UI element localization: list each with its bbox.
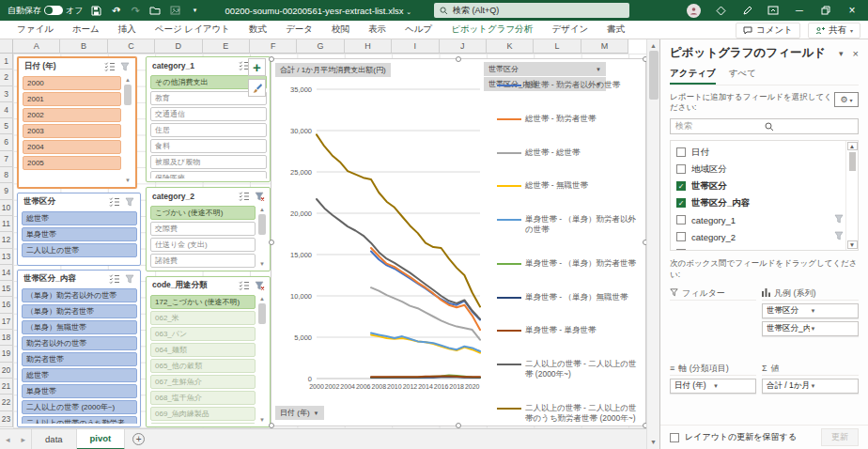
ribbon-tab-挿入[interactable]: 挿入 xyxy=(109,21,146,39)
row-header-1[interactable]: 1 xyxy=(0,54,13,70)
slicer-category-2[interactable]: category_2こづかい (使途不明)交際費仕送り金 (支出)諸雑費シャツ・… xyxy=(146,187,271,271)
slicer-code-yoto-bunrui[interactable]: code_用途分類172_こづかい (使途不明)062_米063_パン064_麺… xyxy=(146,276,271,427)
legend-entry[interactable]: 総世帯 - 総世帯 xyxy=(497,147,643,158)
column-header-B[interactable]: B xyxy=(60,39,107,54)
chart-styles-brush-button[interactable] xyxy=(248,79,266,97)
row-header-23[interactable]: 23 xyxy=(0,411,13,427)
series-line[interactable] xyxy=(371,376,480,377)
multiselect-icon[interactable] xyxy=(237,280,251,292)
field-list-scrollbar[interactable]: ▲ ▼ xyxy=(845,141,858,250)
defer-layout-checkbox[interactable] xyxy=(670,433,679,442)
area-dropzone[interactable]: 日付 (年)▼ xyxy=(670,375,756,431)
restore-icon[interactable] xyxy=(819,4,832,17)
ribbon-tab-ホーム[interactable]: ホーム xyxy=(63,21,109,39)
slicer-item[interactable]: 勤労者以外の世帯 xyxy=(22,336,137,350)
slicer-item[interactable]: 被服及び履物 xyxy=(150,155,267,169)
slicer-item[interactable]: 065_他の穀類 xyxy=(150,359,256,373)
row-header-7[interactable]: 7 xyxy=(0,151,13,167)
save-icon[interactable] xyxy=(89,4,102,17)
row-header-4[interactable]: 4 xyxy=(0,102,13,118)
field-checkbox[interactable] xyxy=(676,164,686,174)
field-checkbox[interactable] xyxy=(676,249,686,251)
legend-entry[interactable]: 二人以上の世帯 - 二人以上の世帯のうち勤労者世帯 (2000年~) xyxy=(497,403,643,424)
row-header-14[interactable]: 14 xyxy=(0,265,13,281)
axis-field-button[interactable]: 日付 (年)▼ xyxy=(275,406,324,420)
slicer-item[interactable]: 諸雑費 xyxy=(150,254,256,268)
field-checkbox[interactable] xyxy=(676,232,686,241)
row-header-21[interactable]: 21 xyxy=(0,379,13,395)
row-header-11[interactable]: 11 xyxy=(0,216,13,232)
multiselect-icon[interactable] xyxy=(107,273,121,286)
column-header-H[interactable]: H xyxy=(345,39,392,54)
pane-options-caret-icon[interactable]: ▾ xyxy=(839,49,844,58)
slicer-item[interactable]: 2003 xyxy=(23,124,121,138)
field-checkbox[interactable] xyxy=(676,215,686,224)
field-chip[interactable]: 合計 / 1か月平均消費...▼ xyxy=(762,379,859,394)
scroll-up-icon[interactable]: ▲ xyxy=(259,206,265,213)
slicer-item[interactable]: 二人以上の世帯 xyxy=(22,243,137,257)
row-header-17[interactable]: 17 xyxy=(0,314,13,330)
field-search-input[interactable]: 検索 xyxy=(670,118,859,134)
column-header-E[interactable]: E xyxy=(203,39,250,54)
slicer-item[interactable]: 070_他の魚介加工品 xyxy=(150,423,256,424)
slicer-scrollbar[interactable]: ▲▼ xyxy=(257,295,267,424)
ribbon-tab-数式[interactable]: 数式 xyxy=(240,21,276,39)
area-dropzone[interactable]: 合計 / 1か月平均消費...▼ xyxy=(762,375,859,431)
slicer-item[interactable]: （単身）勤労者世帯 xyxy=(22,304,137,318)
sheet-nav-left-icon[interactable]: ◂ xyxy=(0,435,16,444)
column-header-K[interactable]: K xyxy=(487,39,534,54)
slicer-item[interactable]: 二人以上の世帯 (2000年~) xyxy=(22,400,137,414)
column-header-A[interactable]: A xyxy=(13,39,60,54)
row-header-13[interactable]: 13 xyxy=(0,249,13,265)
scroll-up-icon[interactable]: ▲ xyxy=(125,76,131,84)
slicer-item[interactable]: 069_魚肉練製品 xyxy=(150,407,256,421)
column-header-L[interactable]: L xyxy=(534,39,581,54)
sheet-nav-right-icon[interactable]: ▸ xyxy=(16,435,32,444)
slicer-setai-kubun[interactable]: 世帯区分総世帯単身世帯二人以上の世帯 xyxy=(17,193,141,266)
field-row[interactable]: 日付 xyxy=(676,144,845,161)
scroll-down-icon[interactable]: ▼ xyxy=(650,439,657,449)
field-row[interactable]: category_2 xyxy=(676,228,845,245)
row-header-6[interactable]: 6 xyxy=(0,134,13,150)
slicer-item[interactable]: 交際費 xyxy=(150,222,256,236)
legend-entry[interactable]: 総世帯 - 勤労者世帯 xyxy=(497,114,643,124)
pivot-chart[interactable]: 合計 / 1か月平均消費支出額(円) 世帯区分▼ 世帯区分_内容▼ 日付 (年)… xyxy=(271,58,646,426)
ribbon-tab-ピボットグラフ分析[interactable]: ピボットグラフ分析 xyxy=(442,21,542,39)
select-all-corner[interactable] xyxy=(0,39,13,54)
row-header-10[interactable]: 10 xyxy=(0,200,13,216)
row-header-9[interactable]: 9 xyxy=(0,183,13,199)
slicer-item[interactable]: 仕送り金 (支出) xyxy=(150,238,256,252)
scroll-down-icon[interactable]: ▼ xyxy=(259,416,265,424)
autosave-toggle[interactable]: 自動保存 オフ xyxy=(8,5,83,17)
column-header-F[interactable]: F xyxy=(250,39,297,54)
slicer-item[interactable]: 067_生鮮魚介 xyxy=(150,375,256,389)
legend-entry[interactable]: 総世帯 - 勤労者以外の世帯 xyxy=(497,80,643,90)
pen-icon[interactable] xyxy=(740,4,753,17)
document-title[interactable]: 00200-soumu-00200561-yesr-extract-list.x… xyxy=(225,6,411,16)
vertical-scrollbar[interactable]: ▲ ▼ xyxy=(646,39,659,449)
chart-elements-plus-button[interactable]: + xyxy=(248,58,266,76)
field-row[interactable]: 地域区分 xyxy=(676,161,845,178)
row-header-5[interactable]: 5 xyxy=(0,118,13,134)
sheet-tab-pivot[interactable]: pivot xyxy=(77,429,126,449)
scroll-up-icon[interactable]: ▲ xyxy=(650,39,657,49)
row-header-12[interactable]: 12 xyxy=(0,232,13,248)
slicer-scrollbar[interactable]: ▲▼ xyxy=(123,76,132,184)
filter-clear-icon[interactable] xyxy=(123,196,137,209)
scrollbar-thumb[interactable] xyxy=(124,85,132,105)
slicer-scrollbar[interactable]: ▲▼ xyxy=(257,206,267,268)
legend-entry[interactable]: 単身世帯 - （単身）勤労者以外の世帯 xyxy=(497,214,643,235)
pane-tab-アクティブ[interactable]: アクティブ xyxy=(670,68,716,85)
series-line[interactable] xyxy=(371,333,480,351)
scrollbar-thumb[interactable] xyxy=(649,51,659,100)
field-checkbox[interactable]: ✓ xyxy=(676,198,686,208)
quick-access-caret-icon[interactable]: ▾ xyxy=(188,4,201,17)
row-header-8[interactable]: 8 xyxy=(0,167,13,183)
update-button[interactable]: 更新 xyxy=(821,428,859,446)
filter-clear-icon[interactable] xyxy=(253,191,267,203)
ribbon-tab-書式[interactable]: 書式 xyxy=(597,21,634,39)
row-header-3[interactable]: 3 xyxy=(0,86,13,102)
slicer-item[interactable]: 単身世帯 xyxy=(22,227,137,241)
ribbon-tab-ページ レイアウト[interactable]: ページ レイアウト xyxy=(146,21,240,39)
account-avatar[interactable] xyxy=(687,4,701,18)
